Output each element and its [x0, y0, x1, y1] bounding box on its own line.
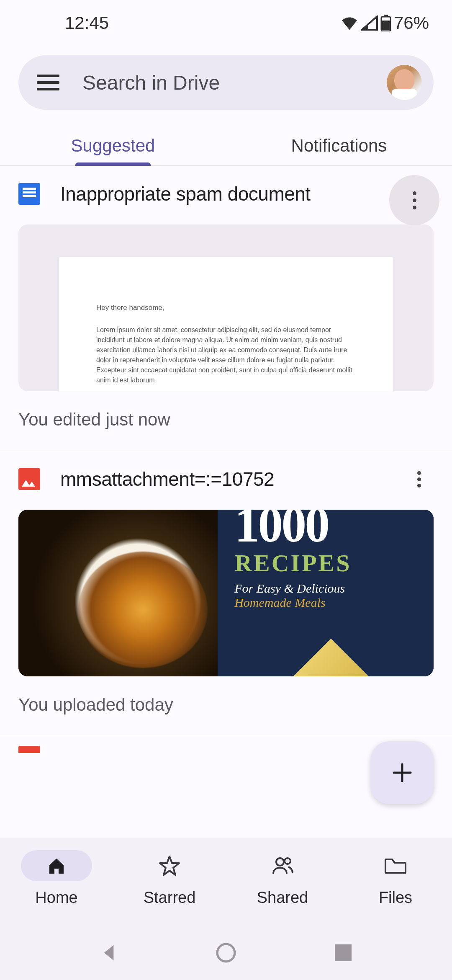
preview-book: 1000 RECIPES For Easy & Delicious Homema…: [218, 510, 434, 676]
avatar[interactable]: [387, 65, 422, 100]
doc-greeting: Hey there handsome,: [96, 302, 356, 313]
more-options-button[interactable]: [408, 469, 429, 490]
book-subtitle-2: Homemade Meals: [234, 596, 417, 610]
search-bar[interactable]: Search in Drive: [18, 55, 434, 110]
tabs: Suggested Notifications: [0, 126, 452, 166]
signal-icon: [361, 15, 378, 31]
svg-point-5: [217, 944, 235, 962]
image-icon: [18, 746, 40, 753]
doc-body: Lorem ipsum dolor sit amet, consectetur …: [96, 325, 356, 385]
nav-shared[interactable]: Shared: [226, 850, 339, 926]
book-title: RECIPES: [234, 549, 417, 577]
preview-cheese: [293, 639, 369, 676]
home-icon: [46, 855, 67, 876]
star-icon: [159, 855, 180, 877]
nav-label: Shared: [257, 889, 308, 907]
battery-percent: 76%: [394, 13, 429, 33]
item-title: mmsattachment=:=10752: [60, 468, 388, 490]
image-preview[interactable]: 1000 RECIPES For Easy & Delicious Homema…: [18, 510, 434, 676]
image-icon: [18, 468, 40, 490]
bottom-nav: Home Starred Shared Files: [0, 838, 452, 926]
menu-icon[interactable]: [37, 71, 59, 94]
list-item[interactable]: Inappropriate spam document Hey there ha…: [0, 166, 452, 451]
plus-icon: [390, 761, 414, 784]
nav-label: Starred: [144, 889, 196, 907]
create-fab[interactable]: [371, 741, 434, 804]
status-right: 76%: [340, 13, 429, 33]
item-header: mmsattachment=:=10752: [18, 468, 434, 490]
back-button[interactable]: [98, 942, 119, 963]
battery-icon: [380, 15, 391, 31]
item-meta: You uploaded today: [18, 695, 434, 715]
search-input[interactable]: Search in Drive: [82, 71, 387, 94]
book-subtitle-1: For Easy & Delicious: [234, 581, 417, 596]
nav-files[interactable]: Files: [339, 850, 452, 926]
docs-icon: [18, 183, 40, 205]
wifi-icon: [340, 15, 359, 31]
status-bar: 12:45 76%: [0, 0, 452, 38]
svg-point-4: [285, 858, 290, 864]
home-button[interactable]: [216, 942, 236, 963]
document-preview[interactable]: Hey there handsome, Lorem ipsum dolor si…: [18, 224, 434, 391]
nav-home[interactable]: Home: [0, 850, 113, 926]
recents-button[interactable]: [333, 942, 354, 963]
people-icon: [271, 855, 294, 876]
item-meta: You edited just now: [18, 410, 434, 430]
book-number: 1000: [234, 510, 417, 547]
item-title: Inappropriate spam document: [60, 183, 434, 205]
more-options-button[interactable]: [389, 175, 439, 225]
svg-rect-2: [382, 21, 390, 30]
folder-icon: [384, 856, 407, 875]
content: Inappropriate spam document Hey there ha…: [0, 166, 452, 753]
tab-suggested[interactable]: Suggested: [0, 126, 226, 165]
nav-starred[interactable]: Starred: [113, 850, 226, 926]
doc-page: Hey there handsome, Lorem ipsum dolor si…: [59, 257, 393, 391]
tab-notifications[interactable]: Notifications: [226, 126, 452, 165]
svg-rect-6: [335, 944, 352, 961]
list-item[interactable]: mmsattachment=:=10752 1000 RECIPES For E…: [0, 451, 452, 736]
item-header: Inappropriate spam document: [18, 183, 434, 205]
svg-point-3: [276, 858, 284, 866]
preview-plate: [18, 510, 218, 676]
status-time: 12:45: [65, 13, 109, 33]
nav-label: Files: [379, 889, 412, 907]
nav-label: Home: [35, 889, 77, 907]
system-nav: [0, 926, 452, 980]
